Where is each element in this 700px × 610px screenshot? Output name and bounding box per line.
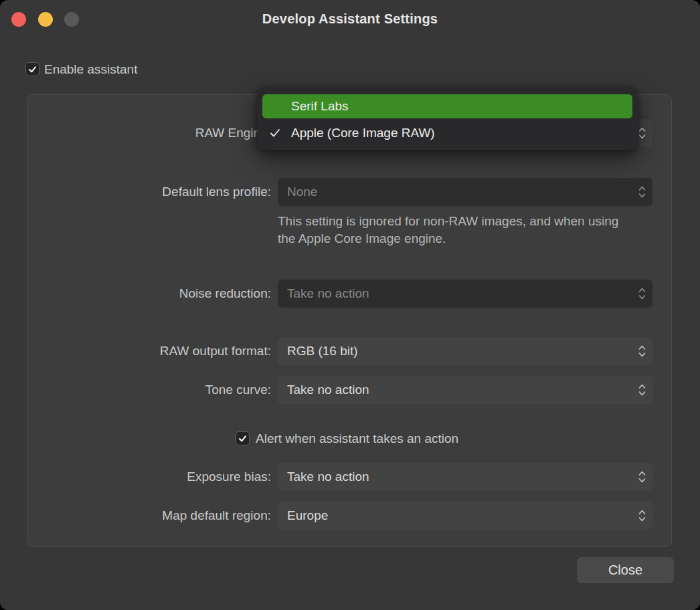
- chevron-up-down-icon: [638, 468, 646, 486]
- chevron-up-down-icon: [638, 285, 646, 302]
- lens-profile-helper-text: This setting is ignored for non-RAW imag…: [278, 213, 636, 247]
- menu-item-apple-core-image-raw[interactable]: Apple (Core Image RAW): [262, 121, 632, 145]
- enable-assistant-label: Enable assistant: [44, 62, 137, 77]
- raw-engine-label: RAW Engine:: [27, 119, 271, 147]
- raw-output-format-label: RAW output format:: [27, 337, 271, 365]
- noise-reduction-select: Take no action: [278, 280, 652, 308]
- menu-checkmark-icon: [262, 128, 291, 138]
- default-lens-profile-label: Default lens profile:: [27, 178, 271, 206]
- close-button[interactable]: Close: [577, 557, 674, 583]
- enable-assistant-checkbox[interactable]: [25, 62, 39, 76]
- alert-on-action-checkbox[interactable]: [236, 431, 250, 445]
- menu-item-serif-labs[interactable]: Serif Labs: [262, 94, 632, 118]
- checkmark-icon: [27, 64, 37, 74]
- checkmark-icon: [238, 433, 248, 443]
- window-title: Develop Assistant Settings: [0, 11, 700, 27]
- tone-curve-label: Tone curve:: [27, 376, 271, 404]
- default-lens-profile-select: None: [278, 178, 652, 206]
- chevron-up-down-icon: [638, 342, 646, 360]
- map-default-region-select[interactable]: Europe: [278, 502, 652, 530]
- chevron-up-down-icon: [638, 183, 646, 201]
- raw-output-format-select[interactable]: RGB (16 bit): [278, 337, 652, 365]
- develop-assistant-settings-dialog: Develop Assistant Settings Enable assist…: [0, 0, 700, 610]
- exposure-bias-select[interactable]: Take no action: [278, 463, 652, 491]
- chevron-up-down-icon: [638, 124, 646, 142]
- noise-reduction-label: Noise reduction:: [27, 280, 271, 308]
- chevron-up-down-icon: [638, 507, 646, 524]
- tone-curve-select[interactable]: Take no action: [278, 376, 652, 404]
- alert-on-action-label: Alert when assistant takes an action: [256, 431, 458, 446]
- raw-engine-dropdown-menu: Serif Labs Apple (Core Image RAW): [257, 88, 638, 150]
- map-default-region-label: Map default region:: [27, 502, 271, 530]
- exposure-bias-label: Exposure bias:: [27, 463, 271, 491]
- chevron-up-down-icon: [638, 381, 646, 399]
